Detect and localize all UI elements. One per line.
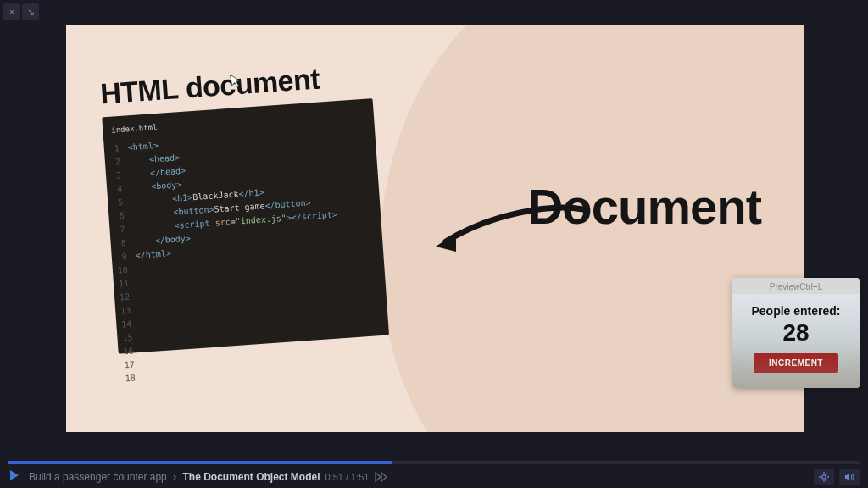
slide-canvas: HTML document index.html 1<html>2 <head>…: [66, 25, 804, 432]
html-document-block: HTML document index.html 1<html>2 <head>…: [99, 58, 389, 354]
svg-point-0: [822, 475, 826, 479]
bottombar-right: [814, 469, 860, 485]
preview-body: People entered: 28 INCREMENT: [732, 294, 860, 388]
settings-button[interactable]: [814, 469, 834, 485]
progress-bar[interactable]: [8, 461, 860, 464]
breadcrumb-separator: ›: [173, 471, 176, 483]
preview-header: PreviewCtrl+L: [732, 278, 860, 294]
arrow-icon: [431, 199, 592, 258]
close-button[interactable]: ×: [3, 3, 20, 20]
popout-button[interactable]: ↘: [22, 3, 39, 20]
gear-icon: [818, 471, 830, 483]
course-name[interactable]: Build a passenger counter app: [29, 471, 167, 483]
lesson-name[interactable]: The Document Object Model: [182, 471, 320, 483]
window-controls: × ↘: [3, 3, 39, 20]
increment-button[interactable]: INCREMENT: [754, 353, 838, 373]
volume-button[interactable]: [839, 469, 860, 485]
code-editor: index.html 1<html>2 <head>3 </head>4 <bo…: [102, 98, 389, 354]
preview-label: People entered:: [741, 304, 851, 318]
time-display: 0:51 / 1:51: [325, 472, 369, 482]
volume-icon: [843, 471, 855, 483]
breadcrumb: Build a passenger counter app › The Docu…: [29, 471, 320, 483]
play-icon[interactable]: [8, 469, 20, 485]
preview-count: 28: [741, 319, 851, 347]
skip-next-icon[interactable]: [375, 472, 387, 482]
preview-panel: PreviewCtrl+L People entered: 28 INCREME…: [732, 278, 860, 388]
progress-fill: [8, 461, 392, 464]
player-bottombar: Build a passenger counter app › The Docu…: [0, 466, 868, 488]
